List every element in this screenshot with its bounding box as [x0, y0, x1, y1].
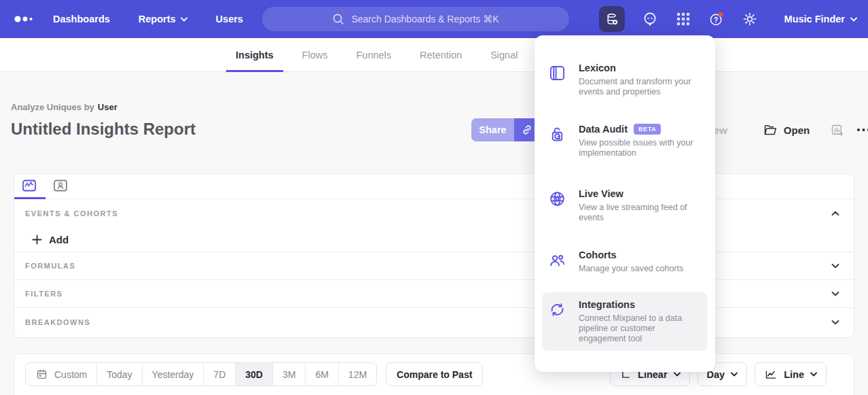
menu-item-integrations[interactable]: Integrations Connect Mixpanel to a data … — [542, 292, 708, 351]
beta-badge: BETA — [634, 124, 661, 135]
section-events-cohorts[interactable]: EVENTS & COHORTS — [14, 199, 854, 228]
help-icon[interactable]: ? — [708, 11, 725, 27]
search-placeholder: Search Dashboards & Reports ⌘K — [351, 14, 499, 24]
tab-funnels[interactable]: Funnels — [346, 38, 401, 72]
report-header-actions: New Open — [706, 118, 868, 141]
menu-item-data-audit[interactable]: Data Audit BETA View possible issues wit… — [542, 117, 708, 165]
events-add-row: Add — [14, 228, 854, 252]
menu-item-description: Connect Mixpanel to a data pipeline or c… — [579, 313, 695, 344]
svg-text:?: ? — [714, 16, 718, 24]
tab-signal[interactable]: Signal — [481, 38, 527, 72]
menu-item-description: Document and transform your events and p… — [579, 77, 695, 97]
query-panel-tabs — [14, 174, 854, 199]
plus-icon — [32, 235, 42, 245]
range-30d[interactable]: 30D — [235, 363, 272, 385]
settings-gear-icon[interactable] — [742, 11, 758, 27]
line-chart-icon — [764, 368, 778, 381]
section-formulas[interactable]: FORMULAS — [14, 252, 854, 280]
search-icon — [332, 13, 344, 25]
profiles-tab-person-icon[interactable] — [52, 177, 69, 194]
events-tab-chart-icon[interactable] — [21, 177, 37, 194]
report-title[interactable]: Untitled Insights Report — [11, 120, 196, 139]
calendar-icon — [35, 368, 48, 381]
global-search-input[interactable]: Search Dashboards & Reports ⌘K — [262, 7, 569, 31]
chevron-down-icon — [810, 372, 817, 377]
lexicon-icon — [548, 64, 566, 82]
menu-item-description: View possible issues with your implement… — [579, 138, 695, 158]
chevron-down-icon — [731, 372, 738, 377]
menu-item-cohorts[interactable]: Cohorts Manage your saved cohorts — [542, 243, 708, 281]
range-7d[interactable]: 7D — [203, 363, 235, 385]
chevron-down-icon[interactable] — [831, 291, 839, 296]
topbar-right-cluster: ? Music Finder — [599, 0, 857, 38]
menu-item-title: Live View — [579, 188, 623, 199]
chevron-down-icon[interactable] — [831, 263, 839, 269]
integrations-icon — [548, 300, 566, 319]
analysis-entity[interactable]: User — [98, 102, 117, 112]
share-button[interactable]: Share — [471, 118, 514, 141]
chevron-down-icon — [181, 17, 187, 22]
chevron-up-icon[interactable] — [831, 211, 839, 216]
share-split-button: Share — [471, 118, 539, 141]
chart-controls-panel: Custom Today Yesterday 7D 30D 3M 6M 12M … — [14, 354, 854, 395]
compare-to-past-button[interactable]: Compare to Past — [386, 362, 483, 386]
data-audit-icon — [548, 125, 566, 143]
report-tabs: Insights Flows Funnels Retention Signal … — [226, 38, 585, 72]
menu-item-title: Data Audit — [579, 124, 628, 135]
menu-item-description: Manage your saved cohorts — [579, 264, 683, 274]
section-breakdowns[interactable]: BREAKDOWNS — [14, 308, 854, 336]
link-icon — [520, 123, 534, 137]
tab-flows[interactable]: Flows — [293, 38, 338, 72]
range-3m[interactable]: 3M — [272, 363, 305, 385]
date-range-segmented-control: Custom Today Yesterday 7D 30D 3M 6M 12M — [25, 362, 377, 386]
add-event-button[interactable]: Add — [32, 234, 69, 245]
query-builder-panel: EVENTS & COHORTS Add FORMULAS FILTERS BR… — [14, 173, 854, 338]
tab-insights[interactable]: Insights — [226, 38, 283, 72]
chevron-down-icon[interactable] — [831, 320, 839, 325]
menu-item-title: Lexicon — [579, 63, 616, 73]
more-options-button[interactable] — [856, 126, 868, 133]
open-report-button[interactable]: Open — [763, 122, 810, 137]
chevron-down-icon — [674, 372, 681, 377]
range-custom[interactable]: Custom — [26, 363, 96, 385]
menu-item-title: Integrations — [579, 299, 635, 310]
cohorts-icon — [548, 251, 566, 269]
report-type-tabbar: Insights Flows Funnels Retention Signal … — [0, 38, 868, 72]
chevron-down-icon — [850, 17, 857, 22]
range-12m[interactable]: 12M — [338, 363, 376, 385]
range-today[interactable]: Today — [96, 363, 141, 385]
range-yesterday[interactable]: Yesterday — [142, 363, 204, 385]
menu-item-description: View a live streaming feed of events — [579, 203, 695, 223]
mixpanel-logo-icon[interactable] — [14, 12, 37, 26]
folder-icon — [763, 122, 778, 137]
menu-item-lexicon[interactable]: Lexicon Document and transform your even… — [542, 56, 708, 104]
live-view-icon — [548, 190, 566, 208]
menu-item-title: Cohorts — [579, 250, 617, 260]
nav-reports[interactable]: Reports — [139, 14, 187, 24]
data-management-icon[interactable] — [599, 6, 625, 32]
nav-dashboards[interactable]: Dashboards — [53, 14, 110, 24]
range-6m[interactable]: 6M — [305, 363, 338, 385]
report-subtitle: Analyze Uniques byUser — [11, 102, 117, 112]
primary-nav: Dashboards Reports Users — [53, 14, 243, 24]
active-tab-indicator — [14, 197, 46, 199]
top-navigation-bar: Dashboards Reports Users Search Dashboar… — [0, 0, 868, 38]
project-switcher[interactable]: Music Finder — [784, 14, 857, 24]
feedback-icon[interactable] — [642, 11, 658, 27]
apps-grid-icon[interactable] — [675, 11, 691, 27]
data-management-dropdown-menu: Lexicon Document and transform your even… — [535, 35, 715, 372]
chart-type-dropdown[interactable]: Line — [755, 362, 827, 386]
section-filters[interactable]: FILTERS — [14, 280, 854, 308]
menu-item-live-view[interactable]: Live View View a live streaming feed of … — [542, 182, 708, 230]
tab-retention[interactable]: Retention — [410, 38, 471, 72]
date-range-bar: Custom Today Yesterday 7D 30D 3M 6M 12M … — [25, 362, 483, 386]
nav-users[interactable]: Users — [216, 14, 243, 24]
add-to-dashboard-icon[interactable] — [830, 123, 844, 137]
